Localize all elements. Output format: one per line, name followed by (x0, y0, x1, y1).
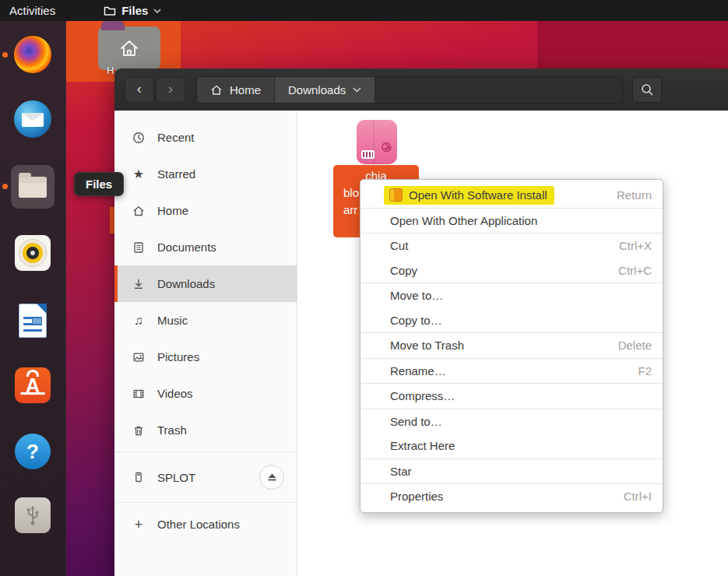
sidebar-item-label: SPLOT (157, 471, 195, 484)
menu-item-copy-to[interactable]: Copy to… (360, 308, 663, 333)
recent-icon (132, 132, 146, 144)
software-install-icon (389, 188, 403, 202)
libreoffice-writer-icon (19, 304, 47, 338)
desktop-home-folder-icon[interactable] (98, 26, 160, 70)
dock-item-help[interactable]: ? (11, 430, 55, 473)
barcode-detail (361, 150, 375, 159)
sidebar-item-label: Trash (157, 423, 187, 437)
sidebar-separator (114, 502, 297, 503)
picture-icon (132, 351, 146, 364)
dock: A ? (0, 21, 66, 576)
sidebar-item-label: Documents (157, 241, 216, 254)
trash-icon (132, 424, 146, 437)
music-icon: ♫ (132, 314, 146, 327)
header-bar: ‹ › Home Downloads (114, 68, 728, 111)
sidebar: Recent ★ Starred Home Documents Download… (114, 111, 297, 576)
chevron-down-icon (153, 9, 161, 13)
star-icon: ★ (132, 168, 146, 181)
menu-item-cut[interactable]: Cut Ctrl+X (360, 234, 663, 258)
app-menu-button[interactable]: Files (104, 4, 161, 17)
sidebar-item-label: Recent (157, 131, 195, 144)
dock-item-ubuntu-software[interactable]: A (11, 364, 55, 407)
menu-item-open-with-other-application[interactable]: Open With Other Application (360, 209, 663, 234)
menu-item-open-with-software-install[interactable]: Open With Software Install Return (360, 183, 663, 208)
running-indicator-firefox (2, 52, 8, 58)
app-menu-label: Files (121, 4, 148, 17)
forward-button[interactable]: › (156, 77, 185, 103)
sidebar-item-home[interactable]: Home (114, 192, 297, 229)
breadcrumb-downloads-label: Downloads (288, 83, 346, 97)
home-icon (210, 84, 223, 96)
sidebar-item-recent[interactable]: Recent (114, 119, 297, 156)
search-button[interactable] (632, 77, 662, 103)
back-icon: ‹ (137, 80, 142, 97)
usb-drive-icon (15, 497, 51, 533)
menu-item-compress[interactable]: Compress… (360, 384, 663, 409)
breadcrumb-downloads[interactable]: Downloads (275, 77, 375, 103)
menu-item-move-to[interactable]: Move to… (360, 283, 663, 308)
wallpaper-band-red (537, 21, 728, 68)
breadcrumb-home-label: Home (230, 83, 261, 97)
dock-item-firefox[interactable] (11, 33, 55, 76)
sidebar-item-label: Music (157, 314, 188, 327)
sidebar-item-label: Other Locations (157, 518, 240, 531)
sidebar-item-videos[interactable]: Videos (114, 375, 297, 412)
top-bar: Activities Files (0, 0, 728, 21)
menu-item-send-to[interactable]: Send to… (360, 409, 663, 434)
house-glyph (118, 39, 140, 58)
menu-item-rename[interactable]: Rename… F2 (360, 359, 663, 384)
menu-item-move-to-trash[interactable]: Move to Trash Delete (360, 333, 663, 358)
rhythmbox-icon (15, 235, 51, 271)
back-button[interactable]: ‹ (125, 77, 154, 103)
menu-item-star[interactable]: Star (360, 459, 663, 484)
search-icon (641, 83, 654, 97)
help-icon: ? (15, 434, 51, 469)
dock-item-rhythmbox[interactable] (11, 231, 55, 275)
eject-button[interactable] (259, 465, 284, 490)
home-icon (132, 205, 146, 217)
dock-item-usb-drive[interactable] (11, 493, 55, 537)
forward-icon: › (168, 80, 173, 97)
sidebar-item-label: Home (157, 204, 188, 217)
eject-icon (267, 472, 277, 482)
sidebar-item-other-locations[interactable]: + Other Locations (114, 506, 297, 543)
ubuntu-software-icon: A (15, 367, 51, 403)
annotation-highlight: Open With Software Install (384, 186, 554, 205)
context-menu: Open With Software Install Return Open W… (360, 179, 663, 513)
film-icon (132, 388, 146, 400)
running-indicator-files (2, 184, 8, 189)
sidebar-item-label: Pictures (157, 350, 199, 364)
sidebar-separator (114, 451, 297, 452)
usb-stick-icon (132, 471, 146, 483)
thunderbird-icon (14, 100, 51, 138)
activities-button[interactable]: Activities (9, 4, 55, 17)
files-icon (19, 177, 47, 198)
breadcrumb-home[interactable]: Home (197, 77, 275, 103)
folder-icon (104, 5, 116, 16)
menu-item-properties[interactable]: Properties Ctrl+I (360, 484, 663, 509)
sidebar-item-starred[interactable]: ★ Starred (114, 156, 297, 192)
dock-item-thunderbird[interactable] (11, 97, 55, 141)
menu-item-extract-here[interactable]: Extract Here (360, 434, 663, 458)
desktop-folder-label: H (107, 65, 114, 76)
dock-tooltip: Files (74, 172, 124, 196)
sidebar-item-label: Starred (157, 167, 195, 181)
menu-item-copy[interactable]: Copy Ctrl+C (360, 258, 663, 283)
dock-item-files[interactable] (11, 165, 55, 209)
sidebar-item-documents[interactable]: Documents (114, 229, 297, 265)
firefox-icon (14, 36, 51, 73)
sidebar-item-downloads[interactable]: Downloads (114, 265, 297, 302)
download-icon (132, 278, 146, 290)
dock-item-libreoffice-writer[interactable] (11, 299, 55, 342)
sidebar-item-splot-drive[interactable]: SPLOT (114, 455, 297, 499)
sidebar-item-label: Downloads (157, 277, 215, 290)
sidebar-item-trash[interactable]: Trash (114, 412, 297, 448)
path-bar: Home Downloads (196, 76, 623, 104)
deb-package-icon[interactable] (357, 120, 397, 164)
plus-icon: + (132, 518, 146, 532)
document-icon (132, 241, 146, 254)
sidebar-item-music[interactable]: ♫ Music (114, 302, 297, 339)
sidebar-item-pictures[interactable]: Pictures (114, 339, 297, 375)
sidebar-item-label: Videos (157, 387, 193, 400)
debian-swirl-icon (380, 141, 394, 155)
